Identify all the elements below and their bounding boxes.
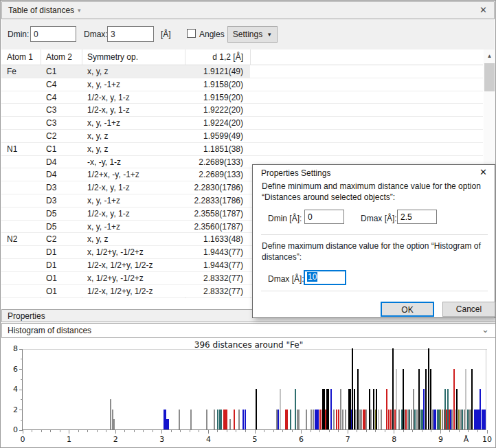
histogram-spike: [328, 389, 329, 429]
histogram-spike: [355, 410, 357, 430]
table-cell: C1: [46, 67, 56, 76]
x-minor-tick: [199, 430, 199, 432]
ok-button[interactable]: OK: [381, 302, 434, 317]
table-cell: 1.9224(20): [185, 118, 247, 128]
table-cell: C1: [46, 144, 56, 154]
table-cell: 1.9443(77): [185, 247, 247, 257]
y-major-tick: [19, 390, 23, 390]
x-minor-tick: [282, 430, 283, 432]
y-tick-label: 0: [3, 425, 18, 434]
dialog-section1-text-line2: “Distances around selected objects”:: [262, 192, 395, 202]
distance-toolbar: Dmin: Dmax: [Å] Angles Settings▼: [1, 19, 495, 49]
y-major-tick: [19, 349, 23, 350]
cancel-button[interactable]: Cancel: [442, 302, 495, 317]
x-minor-tick: [431, 430, 431, 432]
table-cell: D1: [46, 260, 56, 270]
chart-plot-area: 012345678910Å02468: [22, 349, 486, 430]
x-minor-tick: [41, 430, 42, 432]
histogram-spike: [306, 410, 307, 430]
table-row[interactable]: C41/2-x, y, 1-z1.9159(20): [1, 91, 483, 104]
table-row[interactable]: N1C1x, y, z1.1851(38): [1, 143, 483, 156]
table-cell: O1: [46, 287, 57, 296]
histogram-spike: [359, 410, 361, 430]
table-row[interactable]: C4x, y, -1+z1.9158(20): [1, 78, 483, 91]
histogram-spike: [471, 369, 473, 430]
scrollbar-thumb[interactable]: [484, 63, 495, 91]
histogram-spike: [467, 410, 469, 430]
close-icon[interactable]: ✕: [480, 5, 487, 15]
x-minor-tick: [245, 430, 246, 432]
table-cell: 2.3558(1787): [185, 209, 247, 219]
x-minor-tick: [97, 430, 98, 432]
x-major-tick: [23, 430, 23, 434]
x-tick-label: 2: [107, 435, 124, 444]
settings-button[interactable]: Settings▼: [227, 26, 278, 43]
table-cell: 1/2-x, y, 1-z: [87, 105, 130, 115]
x-minor-tick: [217, 430, 218, 432]
dialog-histogram-dmax-input[interactable]: 10: [304, 270, 346, 285]
histogram-spike: [217, 410, 218, 430]
settings-button-label: Settings: [233, 30, 262, 39]
dmin-label: Dmin:: [8, 30, 29, 39]
col-header-distance[interactable]: d 1,2 [Å]: [185, 52, 247, 62]
histogram-spike: [405, 410, 407, 430]
properties-mode-select[interactable]: Histogram of distances ⌄: [1, 323, 496, 338]
x-major-tick: [69, 430, 69, 434]
table-cell: D4: [46, 157, 56, 167]
histogram-spike: [364, 410, 365, 430]
dialog-dmax-input[interactable]: [397, 210, 437, 224]
dialog-close-icon[interactable]: ✕: [480, 167, 487, 177]
x-minor-tick: [273, 430, 274, 432]
properties-mode-value: Histogram of distances: [8, 326, 91, 335]
table-cell: 1/2-x, y, 1-z: [87, 93, 130, 102]
table-row[interactable]: FeC1x, y, z1.9121(49): [1, 65, 483, 78]
histogram-spike: [238, 410, 240, 430]
histogram-spike: [414, 410, 416, 430]
table-cell: 1/2-x, y, 1-z: [87, 183, 130, 192]
x-axis-unit-label: Å: [460, 435, 473, 444]
histogram-spike: [370, 410, 372, 430]
table-row[interactable]: C31/2-x, y, 1-z1.9222(20): [1, 104, 483, 117]
histogram-spike: [428, 348, 429, 429]
histogram-spike: [229, 419, 231, 429]
caret-down-icon[interactable]: ▾: [78, 8, 81, 14]
histogram-spike: [409, 410, 410, 430]
dialog-title: Properties Settings: [261, 168, 330, 178]
y-tick-label: 6: [3, 365, 18, 374]
histogram-spike: [113, 419, 115, 429]
col-header-atom1[interactable]: Atom 1: [7, 52, 33, 62]
histogram-spike: [336, 410, 337, 430]
x-tick-label: 3: [154, 435, 170, 444]
histogram-spike: [451, 410, 453, 430]
table-cell: -x, -y, 1-z: [87, 157, 121, 167]
table-cell: C2: [46, 234, 56, 244]
table-row[interactable]: C2x, y, z1.9599(49): [1, 130, 483, 143]
table-cell: D5: [46, 222, 56, 232]
histogram-spike: [396, 369, 397, 430]
table-cell: 1.9121(49): [185, 67, 247, 76]
table-cell: x, 1/2+y, -1/2+z: [87, 247, 144, 257]
dmax-input[interactable]: [107, 26, 154, 42]
x-major-tick: [115, 430, 116, 434]
dropdown-arrow-icon: ▼: [267, 32, 272, 38]
col-header-atom2[interactable]: Atom 2: [46, 52, 72, 62]
x-minor-tick: [319, 430, 320, 432]
dmin-input[interactable]: [30, 26, 76, 42]
dialog-dmin-input[interactable]: [304, 210, 344, 224]
y-tick-label: 2: [3, 405, 18, 414]
table-cell: D3: [46, 183, 56, 192]
scrollbar-up-icon[interactable]: ▲: [484, 51, 495, 62]
histogram-spike: [345, 410, 346, 430]
histogram-spike: [413, 389, 414, 429]
x-tick-label: 0: [14, 435, 31, 444]
histogram-spike: [110, 399, 111, 429]
histogram-spike: [381, 410, 382, 430]
col-header-symmetry[interactable]: Symmetry op.: [87, 52, 138, 62]
histogram-spike: [285, 410, 286, 430]
table-cell: 1.9599(49): [185, 131, 247, 141]
table-row[interactable]: C3x, y, -1+z1.9224(20): [1, 117, 483, 130]
histogram-spike: [333, 410, 335, 430]
x-minor-tick: [459, 430, 460, 432]
angles-checkbox[interactable]: [187, 29, 196, 38]
y-major-tick: [19, 410, 23, 410]
